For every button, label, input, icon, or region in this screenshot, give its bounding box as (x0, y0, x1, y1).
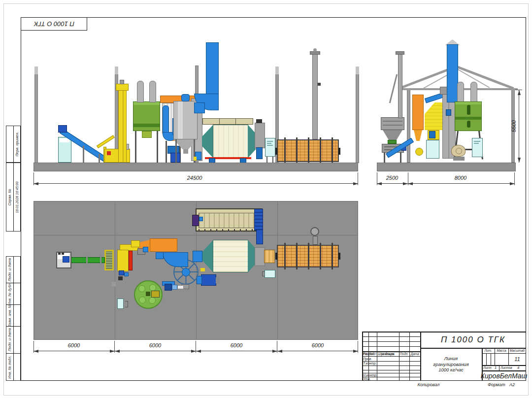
row-razrab: Разраб. (363, 352, 377, 357)
title-block: П 1000 О ТГК Изм. Лист № докум. Подп. Да… (0, 0, 532, 399)
format-label: Формат (488, 382, 507, 387)
col-data: Дата (409, 351, 420, 356)
kopiroval-label: Копировал (409, 382, 448, 387)
listov-value: 4 (517, 366, 522, 370)
lit-label: Лит. (482, 348, 495, 353)
list-value: 1 (495, 366, 499, 370)
masshtab-label: Масштаб (508, 348, 526, 353)
masshtab-value: 11 (508, 353, 526, 365)
titleblock-designation: П 1000 О ТГК (421, 332, 525, 347)
row-nkontr: Н.контр. (363, 373, 377, 377)
row-razrab-name: Шулятьев (378, 352, 399, 357)
row-tkontr: Т.контр. (363, 362, 377, 366)
company-name: КировБелМаш (482, 370, 526, 381)
listov-label: Листов (500, 366, 513, 369)
format-value: А2 (509, 382, 519, 387)
drawing-sheet: П 1000 О ТГК Перв. примен. Справ. № 16.0… (0, 0, 532, 399)
row-utv: Утв. (363, 377, 377, 381)
col-podp: Подп. (399, 351, 409, 356)
row-prov: Пров. (363, 357, 377, 362)
massa-label: Масса (495, 348, 508, 353)
doc-title: Линия гранулирования 1000 кг/час (421, 349, 481, 380)
list-label: Лист (483, 366, 492, 369)
